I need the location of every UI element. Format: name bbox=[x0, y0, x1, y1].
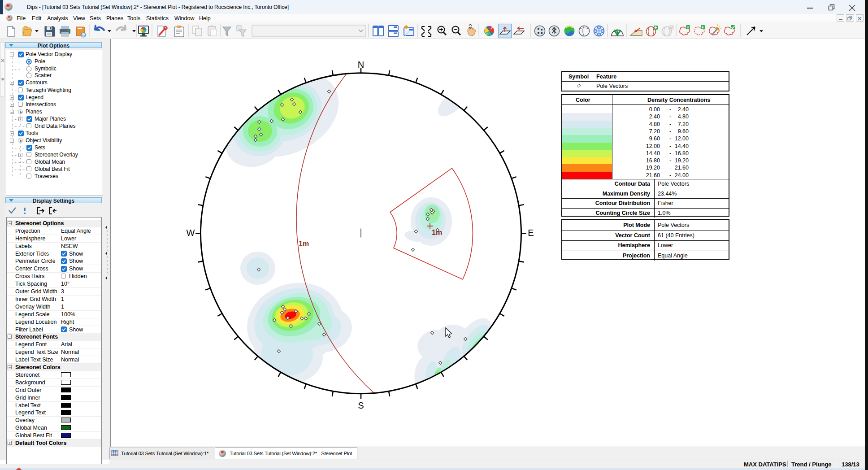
svg-text:E: E bbox=[528, 228, 534, 238]
svg-text:N: N bbox=[358, 60, 364, 70]
svg-text:1m: 1m bbox=[299, 240, 309, 248]
svg-text:S: S bbox=[358, 400, 364, 410]
svg-text:W: W bbox=[187, 228, 195, 238]
svg-text:ω: ω bbox=[82, 34, 85, 37]
